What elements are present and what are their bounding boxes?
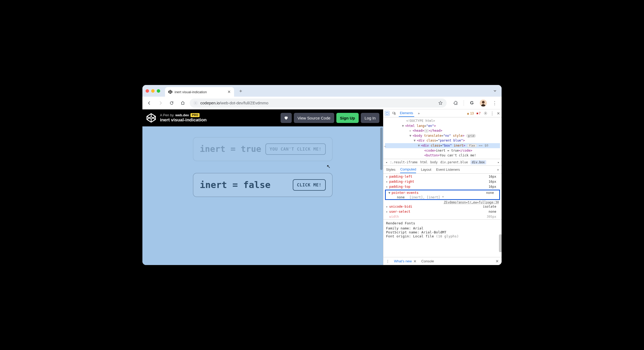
codepen-actions: View Source Code Sign Up Log In [281, 113, 379, 123]
crumb-parent[interactable]: div.parent.blue [440, 160, 468, 164]
heart-button[interactable] [281, 113, 292, 123]
forward-button[interactable] [156, 99, 165, 107]
svg-point-7 [485, 113, 486, 114]
devtools-scrollbar[interactable] [499, 234, 502, 252]
devtools-drawer: ⋮ What's new ✕ Console ✕ [383, 257, 502, 265]
collapsed-indicator-icon: ⋯ [384, 144, 386, 149]
browser-tab[interactable]: inert visual-indication ✕ [165, 87, 234, 97]
devtools-menu-icon[interactable]: ⋮ [490, 111, 494, 116]
devtools-tab-elements[interactable]: Elements [399, 111, 414, 117]
breadcrumb-scroll-right-icon[interactable]: ▸ [498, 160, 499, 164]
pen-by-prefix: A Pen by [160, 113, 174, 117]
pen-meta: A Pen by web.dev PRO inert visual-indica… [160, 113, 207, 123]
tab-event-listeners[interactable]: Event Listeners [436, 168, 460, 172]
devtools-tabs-more-icon[interactable]: » [417, 112, 421, 115]
flex-badge[interactable]: flex [467, 144, 477, 147]
home-button[interactable] [179, 99, 187, 107]
mouse-cursor-icon: ↖ [327, 164, 331, 169]
rendered-fonts-heading: Rendered Fonts [386, 221, 499, 225]
selected-dom-node[interactable]: ▼<div class="box" inert> flex == $0 [385, 143, 500, 148]
crumb-iframe[interactable]: :.result-iframe [390, 160, 418, 164]
address-bar[interactable]: codepen.io/web-dot-dev/full/ZEvdmmo [190, 99, 447, 108]
minimize-window-button[interactable] [151, 89, 155, 93]
tab-layout[interactable]: Layout [421, 168, 431, 172]
source-link[interactable]: ZEvdmmo?anon=tr…ew=fullpage:30 [383, 200, 502, 204]
crumb-body[interactable]: body [430, 160, 438, 164]
codepen-logo-icon[interactable] [146, 113, 156, 123]
crumb-html[interactable]: html [420, 160, 428, 164]
view-source-button[interactable]: View Source Code [294, 113, 334, 123]
grid-badge[interactable]: grid [466, 134, 476, 138]
svg-rect-4 [386, 112, 388, 114]
cant-click-button: YOU CAN'T CLICK ME! [265, 143, 326, 155]
devtools-toolbar: Elements » ▲ 13 ■ 7 ⋮ ✕ [383, 109, 502, 117]
inert-true-code: inert = true [200, 144, 261, 154]
extensions-icon[interactable] [451, 99, 460, 107]
tab-styles[interactable]: Styles [386, 168, 395, 172]
back-button[interactable] [145, 99, 154, 107]
errors-badge[interactable]: ■ 7 [476, 112, 481, 115]
pen-title: inert visual-indication [160, 117, 207, 123]
site-info-icon[interactable] [193, 101, 198, 105]
inert-true-box: inert = true YOU CAN'T CLICK ME! [193, 137, 333, 161]
new-tab-button[interactable]: ＋ [238, 88, 243, 94]
bookmark-star-icon[interactable] [438, 101, 443, 105]
tab-computed[interactable]: Computed [400, 167, 416, 173]
login-button[interactable]: Log In [361, 113, 379, 123]
warnings-badge[interactable]: ▲ 13 [467, 112, 474, 115]
drawer-tab-console[interactable]: Console [421, 259, 434, 263]
devtools-close-icon[interactable]: ✕ [497, 111, 500, 116]
browser-window: inert visual-indication ✕ ＋ codepen.io/w… [142, 85, 502, 265]
devtools-panel: Elements » ▲ 13 ■ 7 ⋮ ✕ ⋯ <!DOCTYPE html… [383, 109, 502, 265]
elements-dom-tree[interactable]: ⋯ <!DOCTYPE html> ▼<html lang="en"> ▸<he… [383, 117, 502, 159]
close-drawer-icon[interactable]: ✕ [495, 259, 499, 264]
close-window-button[interactable] [146, 89, 149, 93]
pen-author-link[interactable]: web.dev [175, 113, 189, 117]
inert-false-box: inert = false CLICK ME! [193, 173, 333, 197]
gear-icon[interactable] [483, 111, 488, 116]
drawer-menu-icon[interactable]: ⋮ [386, 259, 389, 263]
crumb-box[interactable]: div.box [471, 160, 486, 164]
styles-tabs-more-icon[interactable]: » [497, 168, 499, 172]
dom-breadcrumb[interactable]: ◂ :.result-iframe html body div.parent.b… [383, 159, 502, 166]
window-controls [146, 89, 160, 93]
inert-false-code: inert = false [200, 180, 270, 190]
svg-point-3 [482, 101, 485, 104]
inspect-element-icon[interactable] [385, 111, 389, 116]
close-tab-button[interactable]: ✕ [227, 89, 231, 94]
tab-list-button[interactable] [492, 87, 498, 94]
styles-subpanel-tabs: Styles Computed Layout Event Listeners » [383, 166, 502, 174]
click-me-button[interactable]: CLICK ME! [293, 179, 326, 191]
computed-styles-list[interactable]: ▸padding-left16px ▸padding-right16px ▸pa… [383, 174, 502, 257]
tab-strip: inert visual-indication ✕ ＋ [142, 85, 502, 97]
tab-title: inert visual-indication [175, 90, 207, 94]
close-whatsnew-icon[interactable]: ✕ [413, 259, 417, 263]
signup-button[interactable]: Sign Up [336, 113, 359, 123]
pro-badge: PRO [190, 113, 200, 117]
google-g-icon[interactable]: G [468, 99, 476, 107]
browser-toolbar: codepen.io/web-dot-dev/full/ZEvdmmo G ⋮ [142, 97, 502, 109]
url-path: /web-dot-dev/full/ZEvdmmo [220, 101, 268, 105]
svg-point-0 [195, 103, 196, 103]
demo-canvas: inert = true YOU CAN'T CLICK ME! inert =… [142, 126, 383, 265]
reload-button[interactable] [167, 99, 176, 107]
breadcrumb-scroll-left-icon[interactable]: ◂ [385, 160, 387, 164]
codepen-header: A Pen by web.dev PRO inert visual-indica… [142, 109, 383, 126]
drawer-tab-whatsnew[interactable]: What's new [394, 259, 412, 263]
page-viewport: A Pen by web.dev PRO inert visual-indica… [142, 109, 383, 265]
highlighted-property: ▼pointer-eventsnone none[inert], [inert]… [385, 190, 500, 200]
toolbar-divider [464, 100, 464, 106]
device-toggle-icon[interactable] [392, 111, 396, 116]
url-text: codepen.io/web-dot-dev/full/ZEvdmmo [200, 101, 268, 105]
content-area: A Pen by web.dev PRO inert visual-indica… [142, 109, 502, 265]
profile-avatar[interactable] [480, 100, 487, 106]
fullscreen-window-button[interactable] [157, 89, 160, 93]
url-host: codepen.io [200, 101, 220, 105]
page-scrollbar[interactable] [380, 127, 383, 170]
svg-point-1 [196, 103, 196, 103]
kebab-menu-icon[interactable]: ⋮ [490, 99, 499, 107]
rendered-fonts-block: Rendered Fonts Family name: Arial PostSc… [383, 219, 502, 240]
toolbar-right: G ⋮ [451, 99, 499, 107]
codepen-favicon [168, 90, 172, 94]
